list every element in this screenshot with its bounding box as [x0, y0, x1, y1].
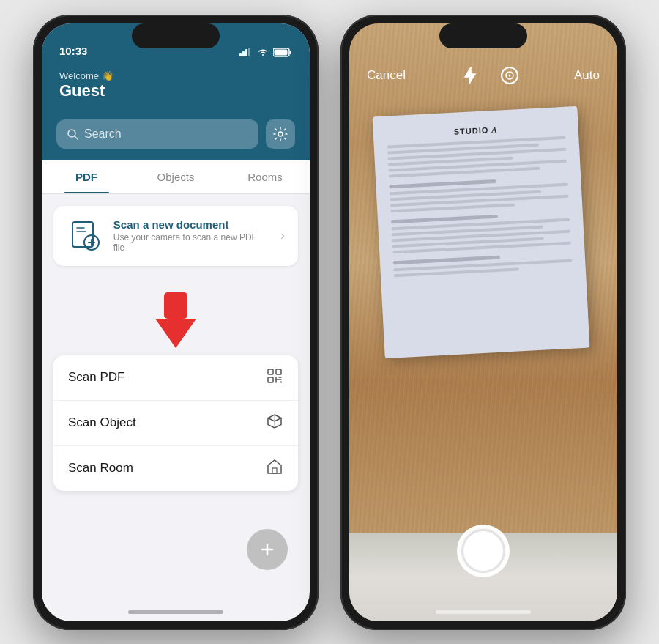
svg-rect-3 — [248, 48, 250, 56]
settings-button[interactable] — [266, 119, 295, 149]
battery-icon — [273, 48, 292, 57]
svg-rect-1 — [242, 51, 245, 56]
scan-card-title: Scan a new document — [113, 218, 270, 231]
svg-rect-16 — [268, 369, 273, 374]
wifi-icon — [257, 48, 269, 56]
search-icon — [67, 128, 78, 140]
down-arrow — [155, 292, 196, 348]
fab-icon — [258, 541, 276, 558]
camera-view: STUDIO A — [349, 23, 617, 621]
scan-card-description: Use your camera to scan a new PDF file — [113, 232, 270, 253]
scan-card-icon — [67, 218, 103, 254]
scan-menu: Scan PDF Scan Object — [53, 355, 298, 491]
svg-line-8 — [75, 136, 78, 139]
svg-rect-2 — [245, 49, 247, 56]
svg-rect-5 — [290, 51, 292, 54]
camera-auto-label[interactable]: Auto — [574, 68, 600, 83]
signal-icon — [239, 48, 253, 56]
svg-rect-17 — [276, 369, 281, 374]
header-section: Welcome 👋 Guest — [42, 63, 310, 112]
camera-center-icons — [458, 63, 522, 88]
shutter-area — [457, 525, 510, 577]
tabs-section: PDF Objects Rooms — [42, 160, 310, 194]
svg-point-9 — [278, 132, 283, 136]
arrow-indicator — [42, 278, 310, 355]
camera-top-bar: Cancel — [349, 63, 617, 88]
camera-ui: Cancel — [349, 23, 617, 621]
home-indicator-right — [436, 610, 531, 614]
pdf-scan-icon — [266, 367, 283, 385]
svg-rect-0 — [239, 53, 242, 56]
svg-rect-18 — [268, 377, 273, 382]
scan-object-item[interactable]: Scan Object — [53, 401, 298, 446]
scan-pdf-label: Scan PDF — [68, 370, 124, 385]
scan-room-label: Scan Room — [68, 461, 133, 475]
scan-object-icon — [266, 412, 283, 434]
tab-rooms[interactable]: Rooms — [220, 160, 310, 193]
scan-pdf-icon — [266, 367, 283, 388]
shutter-button[interactable] — [457, 525, 510, 577]
flash-button[interactable] — [458, 63, 483, 88]
fab-button[interactable] — [247, 529, 288, 570]
shutter-inner — [461, 529, 505, 573]
arrow-head — [155, 319, 196, 348]
welcome-text: Welcome 👋 — [59, 70, 292, 81]
search-bar[interactable]: Search — [56, 119, 258, 149]
object-icon — [266, 412, 283, 430]
search-placeholder: Search — [84, 127, 122, 141]
scan-object-label: Scan Object — [68, 415, 136, 430]
tab-pdf[interactable]: PDF — [42, 160, 131, 193]
document-scan-icon — [68, 219, 102, 253]
dynamic-island-right — [439, 23, 527, 48]
status-icons — [239, 48, 292, 57]
status-time: 10:33 — [59, 45, 87, 57]
camera-cancel-button[interactable]: Cancel — [367, 68, 406, 83]
tab-objects[interactable]: Objects — [131, 160, 220, 193]
scan-room-item[interactable]: Scan Room — [53, 446, 298, 491]
scan-card-text: Scan a new document Use your camera to s… — [113, 218, 270, 253]
home-indicator-left — [128, 610, 223, 614]
dynamic-island — [132, 23, 220, 48]
scan-pdf-item[interactable]: Scan PDF — [53, 355, 298, 401]
guest-name: Guest — [59, 81, 292, 100]
arrow-shaft — [164, 292, 187, 319]
svg-point-28 — [508, 74, 510, 76]
scan-document-card[interactable]: Scan a new document Use your camera to s… — [53, 206, 298, 266]
gear-icon — [273, 127, 288, 141]
search-bar-row: Search — [42, 112, 310, 160]
svg-rect-23 — [272, 468, 277, 473]
flash-icon — [463, 67, 477, 84]
svg-rect-6 — [275, 49, 288, 55]
chevron-icon: › — [280, 228, 285, 243]
left-phone: 10:33 — [33, 15, 319, 630]
lens-button[interactable] — [497, 63, 522, 88]
scan-room-icon — [266, 458, 283, 479]
right-phone: STUDIO A — [340, 15, 626, 630]
lens-icon — [499, 65, 520, 86]
house-icon — [266, 458, 283, 475]
